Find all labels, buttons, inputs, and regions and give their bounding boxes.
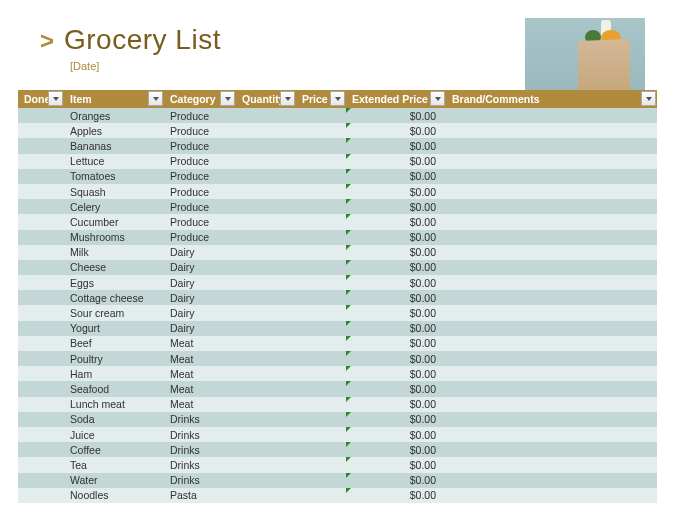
cell-category[interactable]: Drinks [164, 457, 236, 472]
cell-quantity[interactable] [236, 351, 296, 366]
cell-quantity[interactable] [236, 336, 296, 351]
cell-item[interactable]: Juice [64, 427, 164, 442]
cell-price[interactable] [296, 397, 346, 412]
cell-done[interactable] [18, 473, 64, 488]
cell-item[interactable]: Bananas [64, 138, 164, 153]
cell-price[interactable] [296, 108, 346, 123]
cell-extended[interactable]: $0.00 [346, 108, 446, 123]
cell-item[interactable]: Milk [64, 245, 164, 260]
cell-price[interactable] [296, 199, 346, 214]
cell-category[interactable]: Drinks [164, 412, 236, 427]
cell-brand[interactable] [446, 321, 657, 336]
cell-extended[interactable]: $0.00 [346, 290, 446, 305]
table-row[interactable]: WaterDrinks$0.00 [18, 473, 657, 488]
table-row[interactable]: SquashProduce$0.00 [18, 184, 657, 199]
col-header-extended[interactable]: Extended Price [346, 90, 446, 108]
cell-done[interactable] [18, 108, 64, 123]
cell-extended[interactable]: $0.00 [346, 366, 446, 381]
cell-extended[interactable]: $0.00 [346, 427, 446, 442]
cell-category[interactable]: Drinks [164, 442, 236, 457]
cell-price[interactable] [296, 184, 346, 199]
cell-price[interactable] [296, 154, 346, 169]
cell-quantity[interactable] [236, 138, 296, 153]
cell-price[interactable] [296, 351, 346, 366]
cell-done[interactable] [18, 275, 64, 290]
cell-extended[interactable]: $0.00 [346, 154, 446, 169]
cell-brand[interactable] [446, 108, 657, 123]
cell-extended[interactable]: $0.00 [346, 245, 446, 260]
cell-category[interactable]: Drinks [164, 427, 236, 442]
cell-price[interactable] [296, 245, 346, 260]
cell-category[interactable]: Produce [164, 184, 236, 199]
filter-dropdown-icon[interactable] [148, 91, 163, 106]
cell-extended[interactable]: $0.00 [346, 321, 446, 336]
cell-done[interactable] [18, 138, 64, 153]
table-row[interactable]: MushroomsProduce$0.00 [18, 230, 657, 245]
table-row[interactable]: PoultryMeat$0.00 [18, 351, 657, 366]
cell-extended[interactable]: $0.00 [346, 305, 446, 320]
cell-category[interactable]: Meat [164, 366, 236, 381]
table-row[interactable]: HamMeat$0.00 [18, 366, 657, 381]
cell-item[interactable]: Celery [64, 199, 164, 214]
cell-brand[interactable] [446, 381, 657, 396]
cell-price[interactable] [296, 230, 346, 245]
table-row[interactable]: JuiceDrinks$0.00 [18, 427, 657, 442]
cell-item[interactable]: Squash [64, 184, 164, 199]
cell-extended[interactable]: $0.00 [346, 275, 446, 290]
cell-done[interactable] [18, 169, 64, 184]
cell-quantity[interactable] [236, 442, 296, 457]
cell-quantity[interactable] [236, 108, 296, 123]
cell-extended[interactable]: $0.00 [346, 123, 446, 138]
cell-category[interactable]: Dairy [164, 245, 236, 260]
cell-done[interactable] [18, 336, 64, 351]
table-row[interactable]: MilkDairy$0.00 [18, 245, 657, 260]
table-row[interactable]: OrangesProduce$0.00 [18, 108, 657, 123]
cell-item[interactable]: Yogurt [64, 321, 164, 336]
table-row[interactable]: YogurtDairy$0.00 [18, 321, 657, 336]
cell-quantity[interactable] [236, 214, 296, 229]
cell-item[interactable]: Oranges [64, 108, 164, 123]
cell-done[interactable] [18, 442, 64, 457]
cell-item[interactable]: Beef [64, 336, 164, 351]
col-header-price[interactable]: Price [296, 90, 346, 108]
cell-item[interactable]: Cucumber [64, 214, 164, 229]
cell-done[interactable] [18, 123, 64, 138]
cell-category[interactable]: Meat [164, 336, 236, 351]
cell-item[interactable]: Sour cream [64, 305, 164, 320]
cell-category[interactable]: Meat [164, 397, 236, 412]
cell-quantity[interactable] [236, 123, 296, 138]
cell-item[interactable]: Mushrooms [64, 230, 164, 245]
table-row[interactable]: Sour creamDairy$0.00 [18, 305, 657, 320]
cell-brand[interactable] [446, 275, 657, 290]
table-row[interactable]: TeaDrinks$0.00 [18, 457, 657, 472]
cell-quantity[interactable] [236, 473, 296, 488]
cell-extended[interactable]: $0.00 [346, 351, 446, 366]
cell-price[interactable] [296, 123, 346, 138]
cell-done[interactable] [18, 366, 64, 381]
table-row[interactable]: LettuceProduce$0.00 [18, 154, 657, 169]
filter-dropdown-icon[interactable] [280, 91, 295, 106]
table-row[interactable]: CeleryProduce$0.00 [18, 199, 657, 214]
cell-category[interactable]: Dairy [164, 321, 236, 336]
cell-extended[interactable]: $0.00 [346, 473, 446, 488]
cell-quantity[interactable] [236, 230, 296, 245]
cell-category[interactable]: Produce [164, 138, 236, 153]
filter-dropdown-icon[interactable] [430, 91, 445, 106]
cell-done[interactable] [18, 230, 64, 245]
filter-dropdown-icon[interactable] [330, 91, 345, 106]
cell-brand[interactable] [446, 473, 657, 488]
cell-price[interactable] [296, 427, 346, 442]
cell-price[interactable] [296, 305, 346, 320]
cell-category[interactable]: Dairy [164, 305, 236, 320]
cell-category[interactable]: Produce [164, 199, 236, 214]
cell-item[interactable]: Poultry [64, 351, 164, 366]
cell-price[interactable] [296, 473, 346, 488]
cell-extended[interactable]: $0.00 [346, 457, 446, 472]
cell-brand[interactable] [446, 123, 657, 138]
cell-category[interactable]: Produce [164, 154, 236, 169]
cell-item[interactable]: Ham [64, 366, 164, 381]
cell-done[interactable] [18, 214, 64, 229]
cell-brand[interactable] [446, 230, 657, 245]
cell-brand[interactable] [446, 138, 657, 153]
cell-price[interactable] [296, 442, 346, 457]
